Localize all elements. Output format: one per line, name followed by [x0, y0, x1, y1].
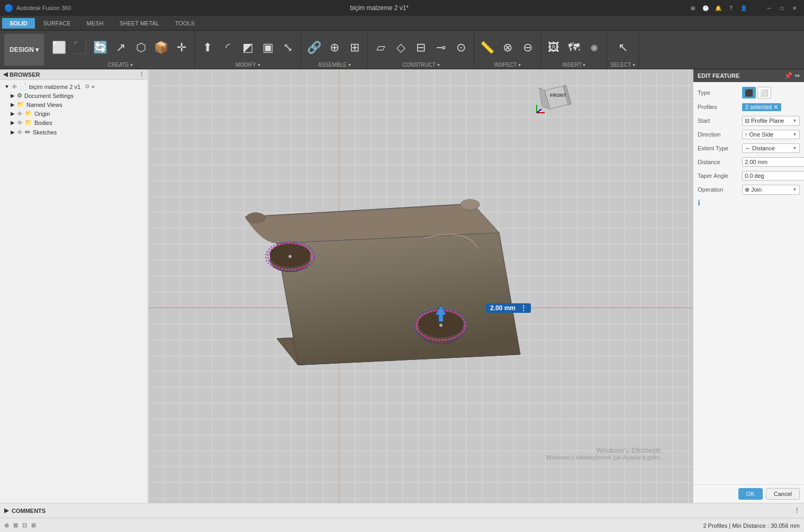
design-button[interactable]: DESIGN ▾ [4, 34, 44, 66]
bodies-expand-icon: ▶ [11, 120, 15, 125]
measure-icon: 📏 [480, 41, 494, 55]
ef-taper-input[interactable] [742, 171, 804, 181]
minimize-btn[interactable]: ─ [764, 3, 774, 13]
modify-shell-btn[interactable]: ▣ [258, 39, 277, 56]
modify-scale-btn[interactable]: ⤡ [278, 39, 297, 56]
revolve-icon: 🔄 [93, 41, 107, 55]
help-btn[interactable]: ? [726, 3, 736, 13]
ef-profiles-clear-btn[interactable]: ✕ [773, 104, 778, 111]
ef-operation-select[interactable]: ⊕ Join ▼ [742, 185, 800, 195]
inspect-label[interactable]: INSPECT ▾ [494, 62, 521, 69]
modify-label[interactable]: MODIFY ▾ [236, 62, 260, 69]
tab-sheet-metal[interactable]: SHEET METAL [112, 18, 166, 29]
modify-fillet-btn[interactable]: ◜ [218, 39, 237, 56]
bell-btn[interactable]: 🔔 [713, 3, 724, 13]
insert-svg-btn[interactable]: ⎈ [584, 39, 603, 56]
ef-operation-value: Join [751, 186, 762, 193]
dim-menu-btn[interactable]: ⋮ [520, 304, 527, 312]
browser-expand-btn[interactable]: ⋮ [139, 71, 144, 78]
ef-profiles-value: 2 selected [745, 104, 772, 110]
inspect-interference-btn[interactable]: ⊗ [498, 39, 517, 56]
ef-extent-type-select[interactable]: ↔ Distance ▼ [742, 143, 800, 153]
select-btn[interactable]: ↖ [613, 39, 633, 56]
create-revolve-btn[interactable]: 🔄 [91, 39, 110, 56]
ef-pin-btn[interactable]: 📌 [784, 72, 792, 79]
assemble-joint-btn[interactable]: 🔗 [304, 39, 324, 56]
root-more-icon[interactable]: ▸ [92, 83, 95, 90]
browser-collapse-btn[interactable]: ◀ [3, 71, 7, 78]
comments-options-btn[interactable]: ⋮ [794, 507, 800, 514]
browser-item-named-views[interactable]: ▶ 📁 Named Views [0, 100, 148, 109]
ef-profiles-tag[interactable]: 2 selected ✕ [742, 103, 781, 111]
root-visibility-icon[interactable]: 👁 [12, 84, 17, 90]
construct-offset-plane-btn[interactable]: ▱ [371, 39, 390, 56]
status-icon-3[interactable]: ⊡ [22, 522, 27, 529]
status-icon-4[interactable]: ⊞ [31, 522, 36, 529]
browser-item-bodies[interactable]: ▶ 👁 📁 Bodies [0, 118, 148, 127]
ef-type-btn-2[interactable]: ⬜ [757, 87, 771, 98]
construct-midplane-btn[interactable]: ⊟ [411, 39, 430, 56]
status-icon-1[interactable]: ⊕ [4, 522, 9, 529]
tab-mesh[interactable]: MESH [79, 18, 111, 29]
insert-label[interactable]: INSERT ▾ [562, 62, 585, 69]
ef-footer: OK Cancel [693, 484, 804, 503]
insert-decal-btn[interactable]: 🖼 [544, 39, 563, 56]
clock-btn[interactable]: 🕐 [700, 3, 711, 13]
construct-angle-plane-btn[interactable]: ◇ [391, 39, 410, 56]
close-btn[interactable]: ✕ [789, 3, 800, 13]
maximize-btn[interactable]: □ [776, 3, 787, 13]
create-extrude-btn[interactable]: ⬛ [70, 39, 89, 56]
browser-item-origin[interactable]: ▶ 👁 📁 Origin [0, 109, 148, 118]
create-label[interactable]: CREATE ▾ [108, 62, 133, 69]
browser-item-doc-settings[interactable]: ▶ ⚙ Document Settings [0, 91, 148, 100]
tab-tools[interactable]: TOOLS [168, 18, 202, 29]
ef-start-select[interactable]: ⊟ Profile Plane ▼ [742, 116, 800, 126]
inspect-section-btn[interactable]: ⊖ [518, 39, 537, 56]
insert-canvas-btn[interactable]: 🗺 [564, 39, 583, 56]
ef-taper-control [742, 171, 804, 181]
assemble-joint-origin-btn[interactable]: ⊕ [325, 39, 344, 56]
construct-point-btn[interactable]: ⊙ [451, 39, 471, 56]
modify-chamfer-btn[interactable]: ◩ [238, 39, 257, 56]
create-move-btn[interactable]: ✛ [172, 39, 191, 56]
ef-type-btn-1[interactable]: ⬛ [742, 87, 756, 98]
origin-label: Origin [34, 111, 50, 117]
construct-label[interactable]: CONSTRUCT ▾ [402, 62, 439, 69]
browser-item-root[interactable]: ▼ 👁 📄 biçim malzeme 2 v1 ⚙ ▸ [0, 82, 148, 91]
comments-panel[interactable]: ▶ COMMENTS ⋮ [0, 503, 804, 518]
new-window-btn[interactable]: ⊞ [688, 3, 698, 13]
status-icon-2[interactable]: ⊠ [13, 522, 18, 529]
root-settings-icon[interactable]: ⚙ [85, 83, 90, 90]
ef-expand-btn[interactable]: ⇔ [794, 72, 800, 79]
ef-start-label: Start [698, 118, 740, 124]
inspect-measure-btn[interactable]: 📏 [477, 39, 497, 56]
select-label[interactable]: SELECT ▾ [610, 62, 635, 69]
ef-ok-btn[interactable]: OK [738, 488, 763, 500]
viewport[interactable]: 2.00 mm ⋮ Windows'u Etkinleştir Windows'… [148, 69, 693, 503]
construct-axis-btn[interactable]: ⊸ [431, 39, 450, 56]
tab-surface[interactable]: SURFACE [36, 18, 78, 29]
ef-direction-select[interactable]: ↑ One Side ▼ [742, 130, 800, 139]
ef-cancel-btn[interactable]: Cancel [766, 488, 800, 500]
bodies-eye-icon[interactable]: 👁 [17, 120, 23, 126]
create-sweep-btn[interactable]: ↗ [111, 39, 130, 56]
start-plane-icon: ⊟ [745, 118, 749, 124]
tab-solid[interactable]: SOLID [2, 18, 35, 29]
create-box-btn[interactable]: 📦 [151, 39, 171, 56]
create-new-body-btn[interactable]: ⬜ [49, 39, 69, 56]
svg-point-6 [288, 255, 292, 258]
sketches-eye-icon[interactable]: 👁 [17, 129, 23, 136]
modify-press-pull-btn[interactable]: ⬆ [198, 39, 217, 56]
offset-plane-icon: ▱ [376, 41, 385, 55]
create-loft-btn[interactable]: ⬡ [131, 39, 150, 56]
assemble-rigid-btn[interactable]: ⊞ [345, 39, 364, 56]
browser-item-sketches[interactable]: ▶ 👁 ✏ Sketches [0, 127, 148, 137]
construct-items: ▱ ◇ ⊟ ⊸ ⊙ [371, 33, 471, 62]
account-btn[interactable]: 👤 [738, 3, 749, 13]
ef-info-row: ℹ [693, 196, 804, 209]
origin-eye-icon[interactable]: 👁 [17, 111, 23, 117]
ef-distance-input[interactable] [742, 157, 804, 167]
assemble-label[interactable]: ASSEMBLE ▾ [318, 62, 351, 69]
browser-panel: ◀ BROWSER ⋮ ▼ 👁 📄 biçim malzeme 2 v1 ⚙ ▸… [0, 69, 148, 503]
nav-cube[interactable]: FRONT [534, 75, 576, 117]
